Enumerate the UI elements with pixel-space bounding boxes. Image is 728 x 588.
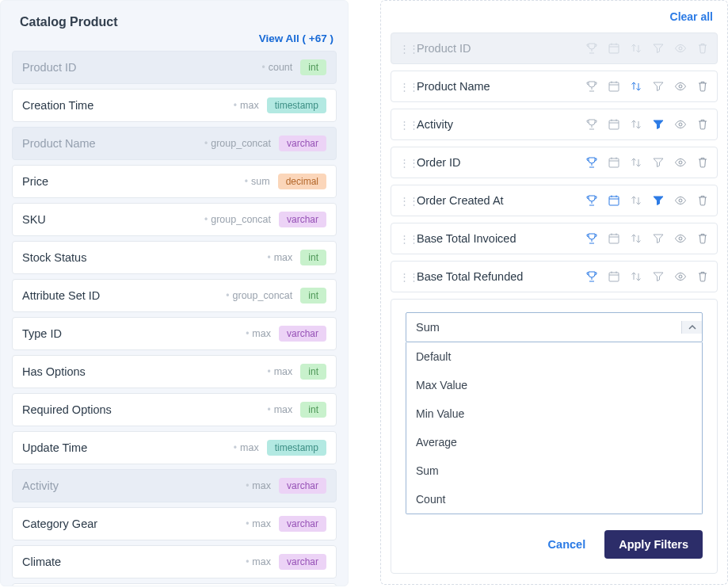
svg-rect-1 bbox=[609, 44, 619, 53]
filter-icon[interactable] bbox=[652, 194, 665, 207]
selected-field: Product ID bbox=[391, 32, 718, 64]
available-field[interactable]: Category Gear•maxvarchar bbox=[12, 507, 337, 540]
chevron-up-icon[interactable] bbox=[681, 321, 702, 334]
aggregation-option[interactable]: Default bbox=[406, 342, 702, 371]
available-field[interactable]: Product Name•group_concatvarchar bbox=[12, 127, 337, 160]
trophy-icon[interactable] bbox=[585, 156, 598, 169]
calendar-icon[interactable] bbox=[608, 194, 620, 207]
available-field[interactable]: Stock Status•maxint bbox=[12, 241, 337, 274]
drag-handle-icon[interactable] bbox=[399, 193, 407, 208]
eye-icon[interactable] bbox=[674, 270, 687, 283]
dot-icon: • bbox=[267, 366, 270, 377]
eye-icon[interactable] bbox=[674, 156, 687, 169]
sort-icon[interactable] bbox=[630, 270, 642, 283]
trash-icon[interactable] bbox=[696, 194, 709, 207]
field-name: SKU bbox=[22, 213, 46, 226]
field-name: Creation Time bbox=[22, 99, 93, 112]
field-actions bbox=[585, 42, 709, 55]
type-badge: varchar bbox=[279, 136, 326, 151]
calendar-icon[interactable] bbox=[608, 270, 620, 283]
field-aggregation: max bbox=[252, 556, 271, 567]
drag-handle-icon[interactable] bbox=[399, 79, 407, 94]
available-field[interactable]: Price•sumdecimal bbox=[12, 165, 337, 198]
aggregation-option[interactable]: Min Value bbox=[406, 399, 702, 428]
dot-icon: • bbox=[267, 404, 270, 415]
available-field[interactable]: Activity•maxvarchar bbox=[12, 469, 337, 502]
selected-field: Order Created At bbox=[391, 185, 718, 216]
eye-icon[interactable] bbox=[674, 80, 687, 93]
drag-handle-icon[interactable] bbox=[399, 155, 407, 170]
field-aggregation: max bbox=[274, 252, 293, 263]
drag-handle-icon[interactable] bbox=[399, 117, 407, 132]
available-field[interactable]: SKU•group_concatvarchar bbox=[12, 203, 337, 236]
eye-icon[interactable] bbox=[674, 118, 687, 131]
available-field[interactable]: Required Options•maxint bbox=[12, 393, 337, 426]
trash-icon[interactable] bbox=[696, 118, 709, 131]
field-aggregation: max bbox=[252, 480, 271, 491]
eye-icon[interactable] bbox=[674, 194, 687, 207]
trash-icon[interactable] bbox=[696, 232, 709, 245]
field-name: Product ID bbox=[417, 42, 471, 55]
sort-icon[interactable] bbox=[630, 118, 642, 131]
drag-handle-icon[interactable] bbox=[399, 269, 407, 284]
field-name: Activity bbox=[417, 118, 453, 131]
trophy-icon[interactable] bbox=[585, 42, 598, 55]
eye-icon[interactable] bbox=[674, 42, 687, 55]
drag-handle-icon[interactable] bbox=[399, 231, 407, 246]
trash-icon[interactable] bbox=[696, 270, 709, 283]
calendar-icon[interactable] bbox=[608, 232, 620, 245]
apply-filters-button[interactable]: Apply Filters bbox=[604, 530, 703, 559]
field-aggregation: max bbox=[252, 328, 271, 339]
aggregation-option[interactable]: Sum bbox=[406, 456, 702, 485]
svg-rect-16 bbox=[609, 158, 619, 167]
trash-icon[interactable] bbox=[696, 42, 709, 55]
available-field[interactable]: Creation Time•maxtimestamp bbox=[12, 89, 337, 122]
trash-icon[interactable] bbox=[696, 80, 709, 93]
aggregation-option[interactable]: Average bbox=[406, 428, 702, 456]
field-name: Required Options bbox=[22, 403, 112, 416]
sort-icon[interactable] bbox=[630, 194, 642, 207]
calendar-icon[interactable] bbox=[608, 118, 620, 131]
trophy-icon[interactable] bbox=[585, 270, 598, 283]
field-aggregation: max bbox=[240, 100, 259, 111]
dot-icon: • bbox=[267, 252, 270, 263]
available-field[interactable]: Collar•maxvarchar bbox=[12, 583, 337, 586]
trophy-icon[interactable] bbox=[585, 118, 598, 131]
sort-icon[interactable] bbox=[630, 42, 642, 55]
sort-icon[interactable] bbox=[630, 232, 642, 245]
calendar-icon[interactable] bbox=[608, 156, 620, 169]
available-field[interactable]: Attribute Set ID•group_concatint bbox=[12, 279, 337, 312]
filter-icon[interactable] bbox=[652, 80, 665, 93]
filter-icon[interactable] bbox=[652, 42, 665, 55]
calendar-icon[interactable] bbox=[608, 42, 620, 55]
sort-icon[interactable] bbox=[630, 156, 642, 169]
clear-all-link[interactable]: Clear all bbox=[391, 10, 713, 23]
type-badge: int bbox=[300, 288, 326, 304]
trash-icon[interactable] bbox=[696, 156, 709, 169]
aggregation-option[interactable]: Max Value bbox=[406, 371, 702, 399]
available-field[interactable]: Climate•maxvarchar bbox=[12, 545, 337, 578]
sort-icon[interactable] bbox=[630, 80, 642, 93]
aggregation-option[interactable]: Count bbox=[406, 485, 702, 514]
view-all-link[interactable]: View All ( +67 ) bbox=[12, 32, 334, 44]
field-actions bbox=[585, 232, 709, 245]
available-field[interactable]: Type ID•maxvarchar bbox=[12, 317, 337, 350]
aggregation-select[interactable]: Sum bbox=[406, 312, 703, 342]
field-name: Price bbox=[22, 175, 48, 188]
calendar-icon[interactable] bbox=[608, 80, 620, 93]
filter-icon[interactable] bbox=[652, 118, 665, 131]
filter-icon[interactable] bbox=[652, 156, 665, 169]
available-field[interactable]: Update Time•maxtimestamp bbox=[12, 431, 337, 464]
cancel-button[interactable]: Cancel bbox=[548, 538, 586, 551]
filter-icon[interactable] bbox=[652, 232, 665, 245]
available-field[interactable]: Product ID•countint bbox=[12, 51, 337, 84]
trophy-icon[interactable] bbox=[585, 194, 598, 207]
eye-icon[interactable] bbox=[674, 232, 687, 245]
drag-handle-icon[interactable] bbox=[399, 41, 407, 55]
catalog-header[interactable]: Catalog Product bbox=[20, 15, 332, 29]
available-field[interactable]: Has Options•maxint bbox=[12, 355, 337, 388]
trophy-icon[interactable] bbox=[585, 232, 598, 245]
selected-field-list: Product IDProduct NameActivityOrder IDOr… bbox=[391, 32, 718, 292]
filter-icon[interactable] bbox=[652, 270, 665, 283]
trophy-icon[interactable] bbox=[585, 80, 598, 93]
